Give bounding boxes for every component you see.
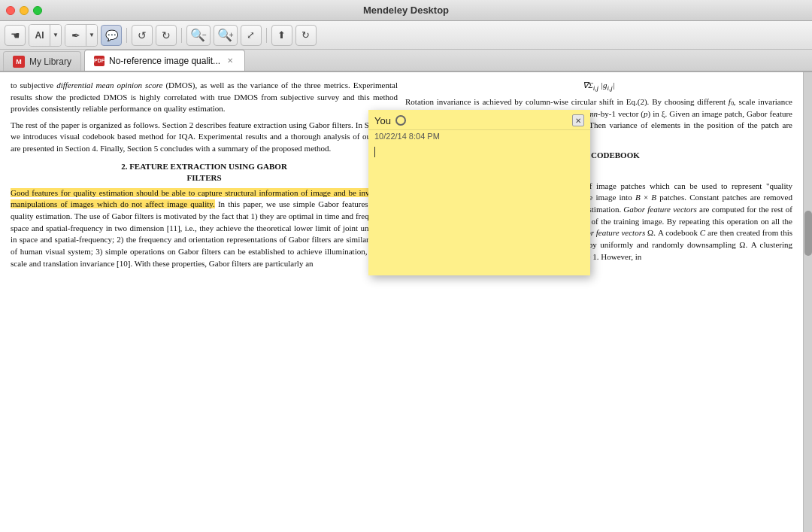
ai-label: AI <box>35 30 44 41</box>
ai-tool-group: AI ▼ <box>29 24 62 47</box>
sync-button[interactable]: ↻ <box>295 25 317 46</box>
pdf-area: to subjective differential mean opinion … <box>0 72 803 532</box>
chevron-down-icon: ▼ <box>53 32 59 38</box>
note-status-circle <box>395 115 406 126</box>
pdf-page: to subjective differential mean opinion … <box>0 72 803 532</box>
zoom-in-button[interactable]: 🔍+ <box>214 25 238 46</box>
rotate-right-icon: ↻ <box>162 29 171 41</box>
toolbar-separator-3 <box>266 28 267 43</box>
traffic-lights <box>6 6 42 15</box>
scrollbar[interactable] <box>803 72 812 532</box>
ai-tool-button[interactable]: AI <box>29 25 50 46</box>
sync-icon: ↻ <box>301 29 310 41</box>
note-username: You <box>374 115 391 126</box>
rotate-left-button[interactable]: ↺ <box>132 25 153 46</box>
pdf-para-2: The rest of the paper is organized as fo… <box>11 120 398 155</box>
tab-paper[interactable]: PDF No-reference image qualit... ✕ <box>84 50 245 71</box>
comment-button[interactable]: 💬 <box>101 25 122 46</box>
scroll-thumb[interactable] <box>804 211 812 256</box>
toolbar-separator-2 <box>181 28 182 43</box>
tab-bar: M My Library PDF No-reference image qual… <box>0 50 812 72</box>
annotate-button[interactable]: ✒ <box>65 25 86 46</box>
toolbar-separator-1 <box>126 28 127 43</box>
app-title: Mendeley Desktop <box>363 5 449 16</box>
highlighted-text: Good features for quality estimation sho… <box>11 188 398 209</box>
mendeley-icon: M <box>13 56 25 68</box>
share-icon: ⬆ <box>277 29 286 41</box>
rotate-right-button[interactable]: ↻ <box>156 25 177 46</box>
note-cursor <box>374 147 375 157</box>
share-button[interactable]: ⬆ <box>271 25 292 46</box>
pdf-left-column: to subjective differential mean opinion … <box>11 80 398 524</box>
comment-icon: 💬 <box>105 29 118 41</box>
pdf-icon: PDF <box>94 56 105 66</box>
fit-page-icon: ⤢ <box>247 29 255 41</box>
toolbar: ☚ AI ▼ ✒ ▼ 💬 ↺ ↻ 🔍− 🔍+ ⤢ ⬆ ↻ <box>0 21 812 50</box>
title-bar: Mendeley Desktop <box>0 0 812 21</box>
fit-page-button[interactable]: ⤢ <box>241 25 262 46</box>
hand-tool-button[interactable]: ☚ <box>5 25 26 46</box>
tab-label-paper: No-reference image qualit... <box>109 56 220 66</box>
note-close-button[interactable]: ✕ <box>572 114 584 126</box>
minimize-button[interactable] <box>20 6 29 15</box>
close-button[interactable] <box>6 6 15 15</box>
ai-dropdown-button[interactable]: ▼ <box>50 25 61 46</box>
annotate-tool-group: ✒ ▼ <box>65 24 98 47</box>
fullscreen-button[interactable] <box>33 6 42 15</box>
section-2-header: 2. FEATURE EXTRACTION USING GABORFILTERS <box>11 161 398 184</box>
hand-icon: ☚ <box>11 29 20 41</box>
rotate-left-icon: ↺ <box>138 29 147 41</box>
pdf-para-1: to subjective differential mean opinion … <box>11 80 398 115</box>
tab-label-my-library: My Library <box>29 56 71 67</box>
chevron-down-icon: ▼ <box>89 32 95 38</box>
zoom-out-button[interactable]: 🔍− <box>186 25 211 46</box>
pdf-formula: ∇Σi,j |gi,j| <box>405 80 792 93</box>
pen-icon: ✒ <box>71 29 80 41</box>
note-body[interactable] <box>368 144 590 275</box>
pdf-para-3: Good features for quality estimation sho… <box>11 187 398 269</box>
sticky-note-header: You ✕ <box>368 110 590 130</box>
main-content: to subjective differential mean opinion … <box>0 72 812 532</box>
annotate-dropdown-button[interactable]: ▼ <box>86 25 97 46</box>
sticky-note: You ✕ 10/22/14 8:04 PM <box>368 110 590 275</box>
tab-close-button[interactable]: ✕ <box>225 56 235 66</box>
note-timestamp: 10/22/14 8:04 PM <box>368 130 590 144</box>
tab-my-library[interactable]: M My Library <box>3 51 81 71</box>
